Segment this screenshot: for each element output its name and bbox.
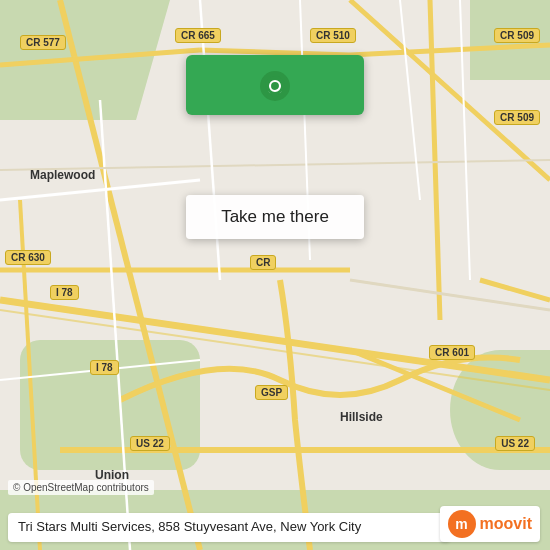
svg-line-13 xyxy=(0,180,200,200)
label-hillside: Hillside xyxy=(340,410,383,424)
badge-cr665: CR 665 xyxy=(175,28,221,43)
badge-us22-left: US 22 xyxy=(130,436,170,451)
label-maplewood: Maplewood xyxy=(30,168,95,182)
moovit-text: moovit xyxy=(480,515,532,533)
badge-cr510: CR 510 xyxy=(310,28,356,43)
business-info: Tri Stars Multi Services, 858 Stuyvesant… xyxy=(8,513,450,542)
moovit-logo: m moovit xyxy=(440,506,540,542)
location-overlay: Take me there xyxy=(186,55,364,115)
take-me-there-button[interactable]: Take me there xyxy=(186,195,364,239)
svg-line-9 xyxy=(350,0,550,180)
badge-us22-right: US 22 xyxy=(495,436,535,451)
badge-cr509-top: CR 509 xyxy=(494,28,540,43)
map-container: CR 577 CR 665 CR 510 CR 509 CR 509 CR 63… xyxy=(0,0,550,550)
badge-cr601: CR 601 xyxy=(429,345,475,360)
svg-line-21 xyxy=(460,0,470,280)
svg-line-7 xyxy=(430,0,440,320)
badge-cr577: CR 577 xyxy=(20,35,66,50)
badge-i78-bot: I 78 xyxy=(90,360,119,375)
badge-i78-top: I 78 xyxy=(50,285,79,300)
badge-cr509-mid: CR 509 xyxy=(494,110,540,125)
svg-line-4 xyxy=(0,50,200,65)
svg-line-0 xyxy=(0,300,550,380)
business-name: Tri Stars Multi Services, 858 Stuyvesant… xyxy=(18,519,440,536)
svg-line-8 xyxy=(480,280,550,300)
svg-line-6 xyxy=(350,45,550,55)
badge-cr-mid: CR xyxy=(250,255,276,270)
moovit-icon: m xyxy=(448,510,476,538)
svg-line-19 xyxy=(350,280,550,310)
badge-gsp: GSP xyxy=(255,385,288,400)
badge-cr630: CR 630 xyxy=(5,250,51,265)
svg-line-20 xyxy=(400,0,420,200)
svg-line-2 xyxy=(60,0,200,550)
location-pin-icon xyxy=(255,71,295,111)
osm-attribution: © OpenStreetMap contributors xyxy=(8,480,154,495)
